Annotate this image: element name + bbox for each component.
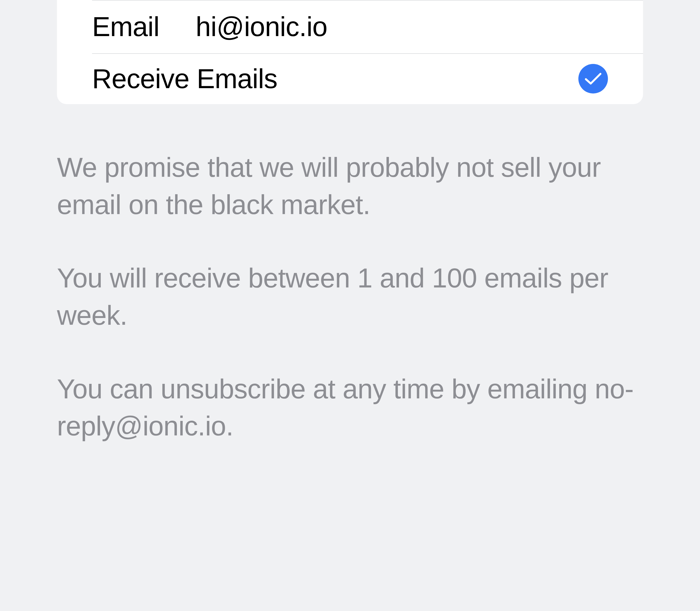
settings-card: Email hi@ionic.io Receive Emails (57, 0, 643, 104)
footer-paragraph-3: You can unsubscribe at any time by email… (57, 371, 643, 445)
footer-paragraph-2: You will receive between 1 and 100 email… (57, 259, 643, 334)
receive-emails-checkbox[interactable] (578, 64, 608, 93)
row-divider (92, 53, 643, 54)
checkmark-icon (585, 72, 601, 85)
footer-paragraph-1: We promise that we will probably not sel… (57, 149, 643, 223)
receive-emails-row[interactable]: Receive Emails (57, 53, 643, 104)
row-divider (92, 0, 643, 0)
email-row[interactable]: Email hi@ionic.io (57, 0, 643, 53)
email-value: hi@ionic.io (196, 11, 327, 42)
receive-emails-label: Receive Emails (92, 63, 277, 94)
footer-text: We promise that we will probably not sel… (0, 104, 700, 445)
email-label: Email (92, 11, 159, 42)
